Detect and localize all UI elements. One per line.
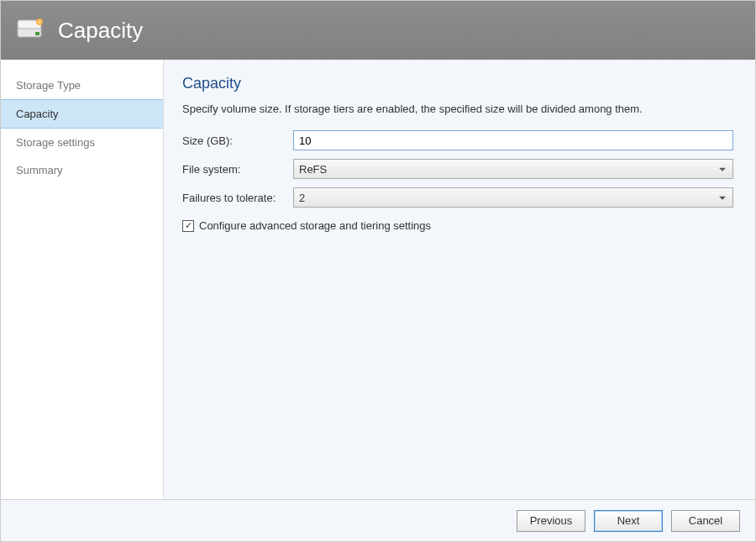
- sidebar-item-label: Capacity: [16, 108, 59, 120]
- filesystem-label: File system:: [182, 163, 293, 176]
- size-row: Size (GB):: [182, 130, 733, 150]
- sidebar-item-label: Storage Type: [16, 79, 81, 92]
- advanced-settings-row: ✓ Configure advanced storage and tiering…: [182, 219, 733, 232]
- next-button[interactable]: Next: [594, 510, 663, 532]
- wizard-header: Capacity: [1, 1, 755, 60]
- sidebar-item-storage-type[interactable]: Storage Type: [1, 71, 163, 99]
- failures-value: 2: [299, 192, 305, 204]
- advanced-settings-checkbox[interactable]: ✓: [182, 220, 194, 232]
- cancel-button[interactable]: Cancel: [671, 510, 740, 532]
- sidebar-item-label: Storage settings: [16, 136, 95, 149]
- advanced-settings-label: Configure advanced storage and tiering s…: [199, 219, 431, 232]
- sidebar-item-storage-settings[interactable]: Storage settings: [1, 129, 163, 156]
- failures-label: Failures to tolerate:: [182, 192, 293, 204]
- filesystem-value: ReFS: [299, 163, 327, 176]
- page-description: Specify volume size. If storage tiers ar…: [182, 103, 733, 115]
- previous-button[interactable]: Previous: [517, 510, 585, 532]
- sidebar-item-label: Summary: [16, 164, 63, 176]
- wizard-footer: Previous Next Cancel: [1, 499, 755, 541]
- wizard-sidebar: Storage Type Capacity Storage settings S…: [1, 60, 164, 499]
- failures-select[interactable]: 2: [293, 187, 733, 208]
- size-label: Size (GB):: [182, 134, 293, 147]
- page-title: Capacity: [182, 75, 733, 92]
- svg-rect-2: [35, 32, 39, 35]
- sidebar-item-capacity[interactable]: Capacity: [1, 99, 163, 129]
- wizard-title: Capacity: [58, 18, 143, 44]
- main-panel: Capacity Specify volume size. If storage…: [164, 60, 755, 499]
- size-input[interactable]: [293, 130, 733, 150]
- check-icon: ✓: [185, 221, 192, 230]
- wizard-body: Storage Type Capacity Storage settings S…: [1, 60, 755, 499]
- failures-row: Failures to tolerate: 2: [182, 187, 733, 208]
- sidebar-item-summary[interactable]: Summary: [1, 156, 163, 184]
- storage-drive-icon: [16, 15, 46, 45]
- filesystem-select[interactable]: ReFS: [293, 159, 733, 179]
- filesystem-row: File system: ReFS: [182, 159, 733, 179]
